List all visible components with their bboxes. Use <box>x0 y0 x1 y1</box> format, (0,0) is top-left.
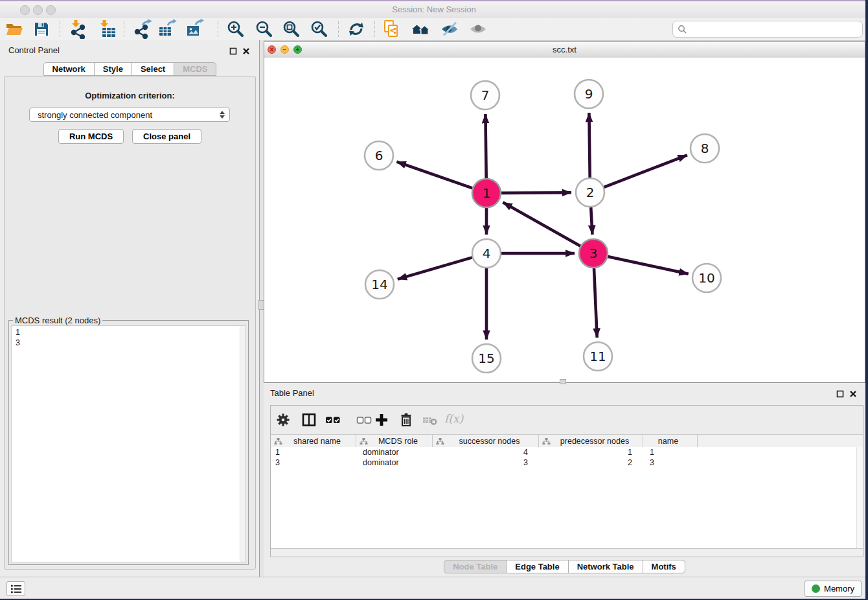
tab-select[interactable]: Select <box>131 62 174 76</box>
first-neighbors-button[interactable] <box>382 19 401 39</box>
graph-node-1[interactable]: 1 <box>472 179 501 207</box>
table-cell[interactable]: 1 <box>539 447 643 457</box>
table-cell[interactable]: 3 <box>433 457 539 468</box>
table-cell[interactable]: 1 <box>643 447 698 457</box>
panel-splitter[interactable] <box>259 40 264 577</box>
column-header-shared-name[interactable]: shared name <box>271 435 356 447</box>
result-scrollbar[interactable] <box>240 326 246 562</box>
task-history-button[interactable] <box>6 581 25 596</box>
mcds-result-text[interactable]: 1 3 <box>11 325 246 562</box>
mcds-result-values: 1 3 <box>12 326 246 349</box>
network-canvas[interactable]: 7968124314101511 <box>264 58 865 382</box>
edge-2-9[interactable] <box>589 113 589 178</box>
edge-3-10[interactable] <box>608 257 689 274</box>
edge-3-11[interactable] <box>594 268 597 338</box>
table-row[interactable]: 3dominator323 <box>271 457 863 468</box>
open-session-button[interactable] <box>5 19 24 39</box>
memory-button[interactable]: Memory <box>805 581 862 597</box>
close-panel-button[interactable]: Close panel <box>132 129 201 144</box>
deselect-all-button[interactable] <box>356 412 372 428</box>
zoom-fit-button[interactable] <box>281 19 301 39</box>
function-builder-button[interactable]: f(x) <box>444 412 463 425</box>
memory-label: Memory <box>824 584 854 594</box>
control-panel-header: Control Panel <box>0 40 260 60</box>
graph-node-7[interactable]: 7 <box>471 81 499 110</box>
horizontal-splitter-grip[interactable] <box>560 379 566 384</box>
search-field[interactable] <box>672 21 863 38</box>
run-mcds-button[interactable]: Run MCDS <box>58 129 124 144</box>
mcds-result-title: MCDS result (2 nodes) <box>13 316 102 325</box>
tab-network-table[interactable]: Network Table <box>568 560 643 573</box>
graph-node-15[interactable]: 15 <box>472 344 501 373</box>
tab-mcds[interactable]: MCDS <box>174 62 216 76</box>
table-row[interactable]: 1dominator411 <box>271 447 863 457</box>
graph-node-9[interactable]: 9 <box>575 80 603 108</box>
edge-3-1[interactable] <box>503 202 580 246</box>
zoom-selected-button[interactable] <box>309 19 328 39</box>
select-all-button[interactable] <box>325 412 341 428</box>
close-icon[interactable] <box>242 46 250 58</box>
edge-1-6[interactable] <box>396 162 472 189</box>
export-image-button[interactable] <box>185 19 204 39</box>
delete-column-button[interactable] <box>398 412 414 428</box>
table-cell[interactable]: dominator <box>356 457 433 468</box>
show-all-button[interactable] <box>468 19 488 39</box>
first-neighbors-icon <box>382 19 401 39</box>
tab-edge-table[interactable]: Edge Table <box>506 560 568 573</box>
column-header-predecessor-nodes[interactable]: predecessor nodes <box>539 435 643 447</box>
table-cell[interactable]: 4 <box>433 447 539 457</box>
delete-table-button[interactable] <box>422 412 438 428</box>
add-column-button[interactable] <box>374 412 389 428</box>
table-cell[interactable]: 3 <box>643 457 698 468</box>
tab-network[interactable]: Network <box>43 62 95 76</box>
tab-node-table[interactable]: Node Table <box>444 560 507 573</box>
edge-4-14[interactable] <box>398 257 472 279</box>
table-horizontal-scrollbar[interactable] <box>271 548 863 557</box>
edge-2-8[interactable] <box>604 155 687 187</box>
save-session-button[interactable] <box>32 19 51 39</box>
float-panel-icon[interactable] <box>229 46 237 58</box>
node-label: 11 <box>589 349 606 364</box>
checked-boxes-icon <box>325 412 341 428</box>
graph-node-2[interactable]: 2 <box>576 178 604 207</box>
graph-node-14[interactable]: 14 <box>365 270 394 299</box>
zoom-out-button[interactable] <box>254 19 273 39</box>
graph-node-6[interactable]: 6 <box>365 141 393 170</box>
graph-node-10[interactable]: 10 <box>692 264 721 292</box>
network-window-titlebar: × − + scc.txt <box>264 42 865 58</box>
table-rows: 1dominator4113dominator323 <box>271 447 863 549</box>
tab-motifs[interactable]: Motifs <box>643 560 685 573</box>
search-input[interactable] <box>689 24 862 35</box>
graph-node-11[interactable]: 11 <box>584 342 612 371</box>
table-cell[interactable]: 1 <box>271 447 356 457</box>
zoom-in-button[interactable] <box>225 19 245 39</box>
tab-style[interactable]: Style <box>94 62 132 76</box>
edge-1-2[interactable] <box>501 192 571 193</box>
refresh-button[interactable] <box>347 19 366 39</box>
export-table-button[interactable] <box>157 19 177 39</box>
column-header-mcds-role[interactable]: MCDS role <box>356 435 433 447</box>
table-vertical-scrollbar[interactable] <box>856 447 863 549</box>
optimization-criterion-select[interactable]: strongly connected component <box>29 108 230 122</box>
table-cell[interactable]: dominator <box>356 447 433 457</box>
graph-node-3[interactable]: 3 <box>579 239 608 268</box>
import-table-button[interactable] <box>97 19 117 39</box>
table-cell[interactable]: 3 <box>271 457 356 468</box>
column-header-name[interactable]: name <box>643 435 698 447</box>
home-button[interactable] <box>411 19 431 39</box>
import-network-button[interactable] <box>68 19 87 39</box>
split-view-button[interactable] <box>301 412 317 428</box>
edge-2-3[interactable] <box>591 207 592 235</box>
mcds-result-group: MCDS result (2 nodes) 1 3 <box>8 320 249 565</box>
table-cell[interactable]: 2 <box>539 457 643 468</box>
graph-node-4[interactable]: 4 <box>472 239 501 268</box>
column-header-successor-nodes[interactable]: successor nodes <box>433 435 539 447</box>
export-network-button[interactable] <box>133 19 153 39</box>
float-panel-icon[interactable] <box>836 389 844 400</box>
edge-1-7[interactable] <box>485 114 486 178</box>
control-panel: Control Panel NetworkStyleSelectMCDS Opt… <box>0 40 260 577</box>
table-settings-button[interactable] <box>275 412 291 428</box>
close-icon[interactable] <box>849 389 857 400</box>
graph-node-8[interactable]: 8 <box>691 134 719 163</box>
hide-selected-button[interactable] <box>440 19 459 39</box>
